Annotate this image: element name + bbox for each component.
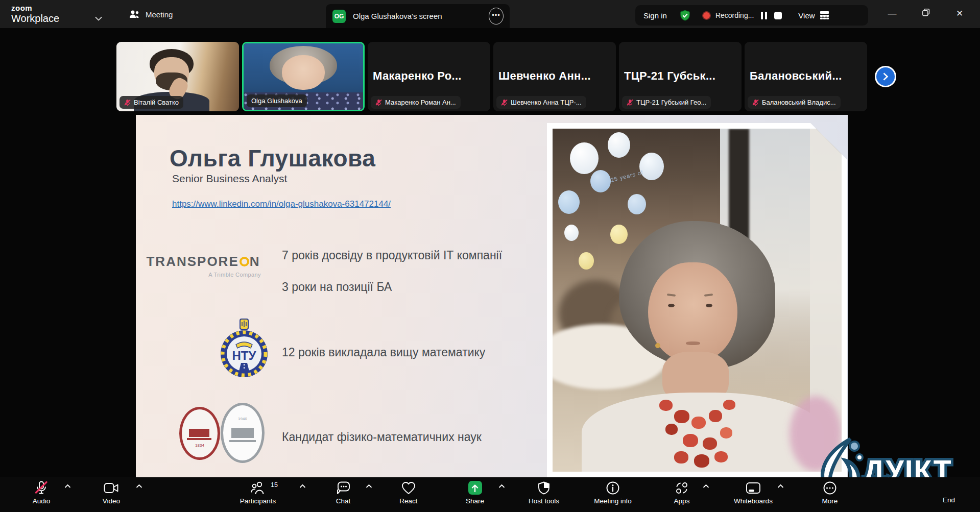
zoom-workplace-logo: zoom Workplace [11, 4, 59, 23]
brand-workplace: Workplace [11, 13, 59, 23]
participant-big-name: Шевченко Анн... [498, 69, 611, 83]
info-icon [606, 481, 619, 495]
slide-subtitle: Senior Business Analyst [172, 173, 287, 185]
linkedin-link[interactable]: https://www.linkedin.com/in/olga-glushak… [172, 199, 391, 209]
minimize-button[interactable]: — [885, 6, 900, 21]
tab-shared-screen[interactable]: OG Olga Glushakova's screen ••• [326, 4, 510, 28]
tab-more-icon[interactable]: ••• [489, 8, 504, 25]
share-options-chevron[interactable] [498, 484, 505, 489]
university-seal-gray: 1940 [221, 403, 265, 463]
camera-icon [104, 481, 119, 495]
apps-options-chevron[interactable] [703, 484, 709, 489]
transporeon-o-icon [240, 257, 249, 266]
close-button[interactable]: ✕ [952, 6, 967, 21]
participant-tile-makarenko[interactable]: Макаренко Ро... Макаренко Роман Ан... [368, 42, 490, 111]
meeting-status-bar: Sign in Recording... View [635, 5, 868, 26]
recording-dot-icon [702, 11, 711, 20]
participant-name: Шевченко Анна ТЦР-... [511, 99, 582, 106]
view-layout-icon[interactable] [820, 11, 829, 19]
share-icon [468, 481, 482, 495]
whiteboards-options-chevron[interactable] [777, 484, 784, 489]
chat-options-chevron[interactable] [366, 484, 372, 489]
muted-mic-icon [627, 99, 633, 106]
whiteboard-icon [746, 481, 761, 495]
participant-name-pill: Шевченко Анна ТЦР-... [496, 96, 586, 109]
participant-name-pill: Olga Glushakova [247, 94, 307, 107]
participant-name-pill: Балановський Владис... [748, 96, 841, 109]
next-participants-button[interactable] [875, 66, 896, 87]
muted-mic-icon [375, 99, 382, 106]
participant-big-name: Макаренко Ро... [373, 69, 485, 83]
security-shield-icon [679, 10, 691, 21]
participants-count: 15 [271, 481, 278, 489]
restore-button[interactable] [918, 5, 934, 16]
participants-button[interactable]: Participants [222, 481, 294, 505]
heart-icon [401, 481, 416, 495]
muted-mic-icon [752, 99, 759, 106]
meeting-toolbar: Audio Video Participants 15 Chat React [0, 477, 980, 512]
bullet-phd: Кандидат фізико-математичних наук [282, 430, 482, 444]
chevron-right-icon [882, 72, 889, 81]
participant-tile-shevchenko[interactable]: Шевченко Анн... Шевченко Анна ТЦР-... [493, 42, 616, 111]
participants-icon [251, 481, 265, 495]
muted-mic-icon [124, 99, 131, 106]
participant-name: Макаренко Роман Ан... [385, 99, 456, 106]
bullet-teaching: 12 років викладала вищу математику [282, 346, 485, 359]
mic-muted-icon [35, 481, 48, 495]
participant-big-name: Балановський... [750, 69, 862, 83]
apps-icon [675, 481, 688, 495]
participant-tile-olga[interactable]: Olga Glushakova [242, 42, 365, 111]
tab-meeting[interactable]: Meeting [129, 7, 173, 21]
transporeon-logo: TRANSPOREN A Trimble Company [139, 254, 267, 278]
titlebar: zoom Workplace Meeting OG Olga Glushakov… [0, 0, 980, 28]
end-button[interactable]: End [934, 496, 964, 504]
host-tools-button[interactable]: Host tools [508, 481, 580, 505]
shared-screen-slide: Ольга Глушакова Senior Business Analyst … [136, 115, 848, 477]
participant-big-name: ТЦР-21 Губськ... [624, 69, 736, 83]
meeting-info-button[interactable]: Meeting info [577, 481, 649, 505]
stop-recording-button[interactable] [774, 12, 782, 19]
workspace-chevron-down-icon[interactable] [95, 16, 102, 21]
bullet-ba-years: 3 роки на позиції БА [282, 280, 392, 294]
avatar: OG [332, 10, 346, 23]
meeting-people-icon [129, 9, 140, 19]
muted-mic-icon [501, 99, 508, 106]
participant-name: ТЦР-21 Губський Гео... [636, 99, 706, 106]
sign-in-button[interactable]: Sign in [643, 11, 667, 20]
participant-tile-tcr21[interactable]: ТЦР-21 Губськ... ТЦР-21 Губський Гео... [619, 42, 742, 111]
participant-name: Балановський Владис... [762, 99, 836, 106]
speaker-photo: 25 years of [553, 129, 842, 472]
video-options-chevron[interactable] [136, 484, 142, 489]
view-button[interactable]: View [798, 11, 815, 20]
slide-title: Ольга Глушакова [170, 144, 375, 172]
participant-name: Віталій Сватко [134, 99, 179, 106]
photo-banner-text: 25 years of [610, 169, 644, 183]
participant-name: Olga Glushakova [251, 97, 302, 105]
shield-icon [538, 481, 550, 495]
participants-options-chevron[interactable] [299, 484, 306, 489]
brand-zoom: zoom [11, 4, 59, 12]
ntu-logo: НТУ [218, 318, 271, 380]
university-seal-red: 1834 [179, 407, 220, 460]
participant-tile-vitalii[interactable]: Віталій Сватко [116, 42, 239, 111]
audio-options-chevron[interactable] [64, 484, 71, 489]
participant-name-pill: Макаренко Роман Ан... [371, 96, 461, 109]
shared-screen-tab-title: Olga Glushakova's screen [353, 12, 489, 20]
participant-name-pill: ТЦР-21 Губський Гео... [622, 96, 711, 109]
meeting-tab-label: Meeting [146, 10, 173, 19]
participant-tile-balanovskyi[interactable]: Балановський... Балановський Владис... [745, 42, 867, 111]
react-button[interactable]: React [373, 481, 444, 505]
transporeon-wordmark: TRANSPORE [146, 254, 238, 270]
recording-label: Recording... [715, 11, 754, 19]
chat-icon [336, 481, 350, 495]
trimble-tagline: A Trimble Company [139, 272, 267, 278]
pause-recording-button[interactable] [761, 12, 767, 19]
more-button[interactable]: More [794, 481, 866, 505]
participant-name-pill: Віталій Сватко [119, 96, 183, 109]
svg-text:НТУ: НТУ [232, 349, 257, 362]
more-icon [823, 481, 836, 495]
photo-frame: 25 years of [547, 123, 847, 477]
bullet-experience: 7 років досвіду в продуктовій ІТ компані… [282, 249, 502, 262]
